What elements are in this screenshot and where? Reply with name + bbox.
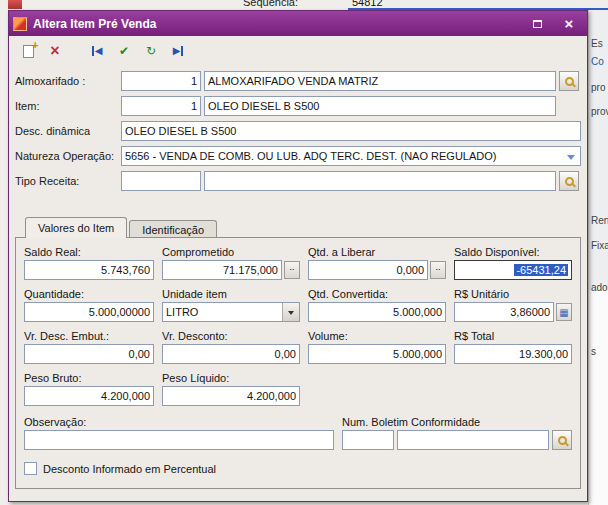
- peso-liquido-label: Peso Líquido:: [162, 372, 300, 384]
- magnifier-icon: [558, 436, 567, 445]
- num-boletim-label: Num. Boletim Conformidade: [342, 416, 572, 428]
- natureza-operacao-select[interactable]: 5656 - VENDA DE COMB. OU LUB. ADQ TERC. …: [121, 146, 581, 166]
- num-boletim-code-input[interactable]: [342, 430, 394, 450]
- altera-item-pre-venda-dialog: Altera Item Pré Venda × + × ◀ ✔ ↻ ▶: [8, 10, 588, 502]
- rs-unitario-label: R$ Unitário: [454, 288, 572, 300]
- dialog-title: Altera Item Pré Venda: [33, 17, 519, 31]
- comprometido-input[interactable]: 71.175,000: [162, 260, 282, 280]
- unidade-item-select[interactable]: LITRO: [162, 302, 300, 322]
- sequencia-value: 54812: [352, 0, 383, 8]
- saldo-real-input[interactable]: 5.743,760: [24, 260, 154, 280]
- background-text-fragment: s: [591, 346, 596, 357]
- new-record-icon: +: [23, 45, 34, 58]
- tipo-receita-name-input[interactable]: [204, 171, 556, 191]
- toolbar: + × ◀ ✔ ↻ ▶: [9, 36, 587, 66]
- num-boletim-input[interactable]: [397, 430, 549, 450]
- comprometido-detail-button[interactable]: ..: [284, 261, 300, 279]
- confirm-button[interactable]: ✔: [113, 40, 135, 62]
- confirm-icon: ✔: [119, 45, 129, 57]
- maximize-button[interactable]: [523, 14, 551, 33]
- magnifier-icon: [565, 177, 574, 186]
- close-button[interactable]: ×: [555, 14, 583, 33]
- qtd-convertida-field: Qtd. Convertida: 5.000,000: [308, 288, 446, 322]
- tipo-receita-label: Tipo Receita:: [15, 175, 121, 187]
- comprometido-field: Comprometido 71.175,000 ..: [162, 246, 300, 280]
- quantidade-input[interactable]: 5.000,00000: [24, 302, 154, 322]
- background-panel: [589, 290, 608, 505]
- quantidade-label: Quantidade:: [24, 288, 154, 300]
- saldo-real-field: Saldo Real: 5.743,760: [24, 246, 154, 280]
- background-text-fragment: ados: [591, 282, 608, 293]
- desconto-percentual-checkbox[interactable]: [24, 462, 37, 475]
- close-icon: ×: [565, 16, 574, 31]
- background-window-right: Es Co pro prov Rent Fixa ados s: [588, 10, 608, 505]
- natureza-operacao-label: Natureza Operação:: [15, 150, 121, 162]
- background-text-fragment: pro: [591, 82, 605, 93]
- peso-liquido-input[interactable]: 4.200,000: [162, 386, 300, 406]
- saldo-disponivel-input[interactable]: -65431,24: [454, 260, 572, 280]
- last-record-button[interactable]: ▶: [167, 40, 189, 62]
- almoxarifado-name-input[interactable]: ALMOXARIFADO VENDA MATRIZ: [204, 71, 556, 91]
- tipo-receita-lookup-button[interactable]: [559, 171, 579, 191]
- observacao-label: Observação:: [24, 416, 334, 428]
- volume-label: Volume:: [308, 330, 446, 342]
- titlebar[interactable]: Altera Item Pré Venda ×: [9, 11, 587, 36]
- background-text-fragment: Co: [591, 56, 604, 67]
- rs-unitario-input[interactable]: 3,86000: [454, 302, 554, 322]
- item-row: Item: 1 OLEO DIESEL B S500: [15, 96, 581, 116]
- dialog-app-icon: [13, 17, 27, 31]
- peso-bruto-field: Peso Bruto: 4.200,000: [24, 372, 154, 406]
- background-text-fragment: Es: [591, 38, 603, 49]
- qtd-a-liberar-detail-button[interactable]: ..: [430, 261, 446, 279]
- peso-liquido-field: Peso Líquido: 4.200,000: [162, 372, 300, 406]
- tipo-receita-code-input[interactable]: [121, 171, 201, 191]
- rs-total-field: R$ Total 19.300,00: [454, 330, 572, 364]
- almoxarifado-code-input[interactable]: 1: [121, 71, 201, 91]
- saldo-disponivel-label: Saldo Disponível:: [454, 246, 572, 258]
- tab-identificacao[interactable]: Identificação: [129, 220, 217, 238]
- first-record-button[interactable]: ◀: [86, 40, 108, 62]
- refresh-button[interactable]: ↻: [140, 40, 162, 62]
- rs-total-input[interactable]: 19.300,00: [454, 344, 572, 364]
- vr-desc-embut-input[interactable]: 0,00: [24, 344, 154, 364]
- background-text-fragment: Rent: [591, 215, 608, 226]
- sequencia-label: Sequência:: [243, 0, 298, 8]
- tipo-receita-row: Tipo Receita:: [15, 171, 581, 191]
- rs-total-label: R$ Total: [454, 330, 572, 342]
- background-text-fragment: Fixa: [591, 240, 608, 251]
- vr-desc-embut-label: Vr. Desc. Embut.:: [24, 330, 154, 342]
- qtd-a-liberar-input[interactable]: 0,000: [308, 260, 428, 280]
- magnifier-icon: [565, 77, 574, 86]
- qtd-convertida-label: Qtd. Convertida:: [308, 288, 446, 300]
- volume-input[interactable]: 5.000,000: [308, 344, 446, 364]
- vr-desconto-input[interactable]: 0,00: [162, 344, 300, 364]
- values-grid: Saldo Real: 5.743,760 Comprometido 71.17…: [24, 246, 572, 406]
- desc-dinamica-row: Desc. dinâmica OLEO DIESEL B S500: [15, 121, 581, 141]
- item-label: Item:: [15, 100, 121, 112]
- saldo-disponivel-field: Saldo Disponível: -65431,24: [454, 246, 572, 280]
- delete-record-button[interactable]: ×: [44, 40, 66, 62]
- qtd-a-liberar-field: Qtd. a Liberar 0,000 ..: [308, 246, 446, 280]
- num-boletim-lookup-button[interactable]: [552, 430, 572, 450]
- qtd-convertida-input[interactable]: 5.000,000: [308, 302, 446, 322]
- tab-valores-do-item[interactable]: Valores do Item: [25, 217, 127, 238]
- almoxarifado-lookup-button[interactable]: [559, 71, 579, 91]
- unidade-item-field: Unidade item LITRO: [162, 288, 300, 322]
- dropdown-arrow-icon[interactable]: [282, 303, 299, 321]
- peso-bruto-input[interactable]: 4.200,000: [24, 386, 154, 406]
- item-name-input[interactable]: OLEO DIESEL B S500: [204, 96, 556, 116]
- observacao-field: Observação:: [24, 416, 334, 450]
- toolbar-separator: [71, 51, 81, 52]
- insert-record-button[interactable]: +: [17, 40, 39, 62]
- background-app-icon: [8, 0, 22, 9]
- vr-desconto-label: Vr. Desconto:: [162, 330, 300, 342]
- desc-dinamica-input[interactable]: OLEO DIESEL B S500: [121, 121, 581, 141]
- header-fields: Almoxarifado : 1 ALMOXARIFADO VENDA MATR…: [9, 66, 587, 191]
- observacao-input[interactable]: [24, 430, 334, 450]
- desconto-percentual-label: Desconto Informado em Percentual: [43, 463, 216, 475]
- rs-unitario-lookup-button[interactable]: ▦: [556, 303, 572, 321]
- vr-desc-embut-field: Vr. Desc. Embut.: 0,00: [24, 330, 154, 364]
- observacao-row: Observação: Num. Boletim Conformidade: [24, 416, 572, 450]
- item-code-input[interactable]: 1: [121, 96, 201, 116]
- tab-label: Identificação: [142, 224, 204, 236]
